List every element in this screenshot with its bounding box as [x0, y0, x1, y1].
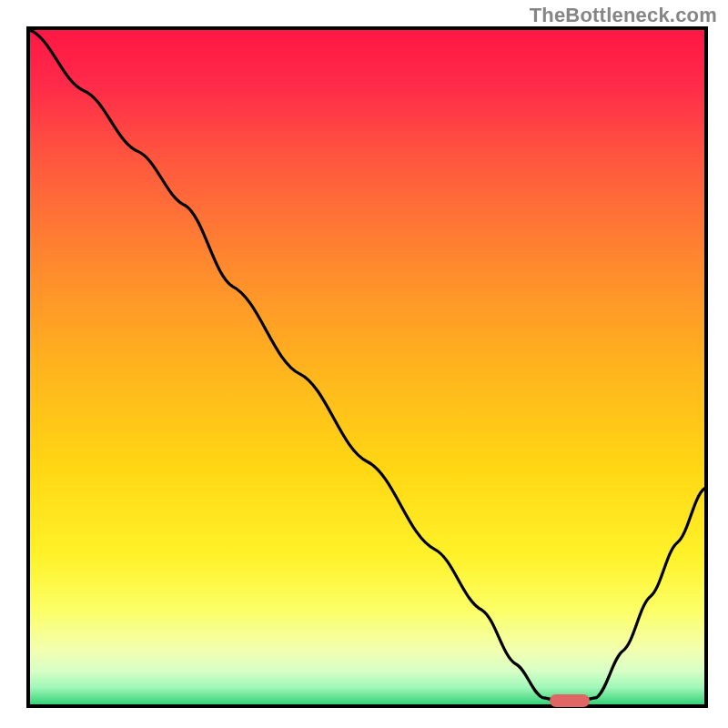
- watermark-text: TheBottleneck.com: [530, 4, 717, 27]
- chart-plot-area: [26, 26, 708, 708]
- bottleneck-curve: [30, 30, 704, 704]
- optimal-range-marker: [550, 694, 590, 707]
- chart-line-overlay: [30, 30, 704, 704]
